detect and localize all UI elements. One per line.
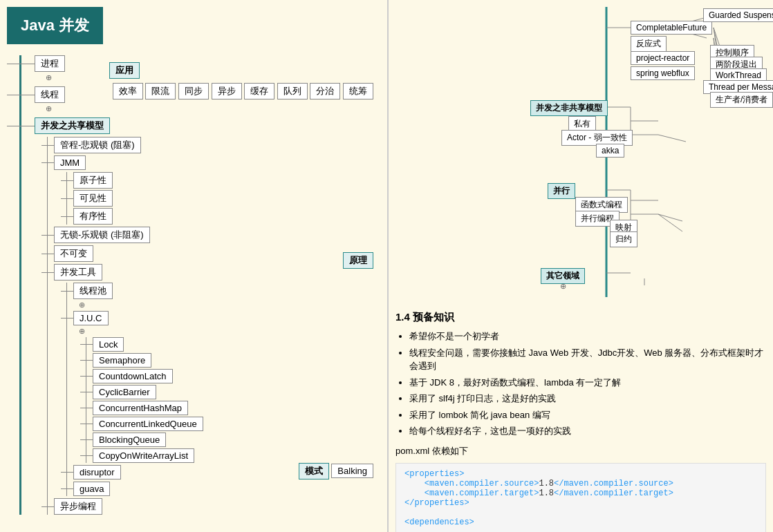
- tree-row-immutable: 不可变: [41, 245, 380, 262]
- right-mindmap-svg: [395, 7, 748, 304]
- node-akka: akka: [596, 144, 624, 158]
- node-reduce: 归约: [610, 231, 637, 247]
- pom-section: pom.xml 依赖如下 <properties> <maven.compile…: [395, 445, 766, 533]
- tree-row-cowal: CopyOnWriteArrayList: [80, 448, 380, 463]
- title-box: Java 并发: [7, 7, 103, 44]
- knowledge-list: 希望你不是一个初学者 线程安全问题，需要你接触过 Java Web 开发、Jdb…: [395, 330, 766, 438]
- node-countdown: CountdownLatch: [93, 369, 173, 383]
- tree-row-threadpool: 线程池: [61, 283, 380, 299]
- tree-row-order: 有序性: [61, 208, 380, 225]
- node-guarded: Guarded Suspension: [703, 8, 773, 22]
- svg-line-14: [658, 135, 686, 142]
- node-yuanli: 原理: [343, 252, 373, 269]
- node-tongbu: 同步: [178, 83, 209, 99]
- node-balking: Balking: [331, 464, 373, 478]
- node-guava: guava: [73, 482, 110, 496]
- tree-row-guava: guava: [61, 482, 380, 496]
- svg-line-19: [658, 214, 682, 221]
- node-yingyong: 应用: [109, 62, 140, 79]
- knowledge-item-5: 给每个线程好名字，这也是一项好的实践: [409, 424, 766, 438]
- tree-row-visibility: 可见性: [61, 190, 380, 207]
- node-visibility: 可见性: [73, 190, 113, 207]
- yuanli-section: 原理: [343, 252, 373, 269]
- node-duilie: 队列: [277, 83, 308, 99]
- yingyong-section: 应用 效率 限流 同步 异步 缓存 队列 分治 统筹: [109, 62, 373, 101]
- right-mindmap-area: CompletableFuture 反应式 project-reactor sp…: [395, 7, 748, 304]
- node-tongtong: 统筹: [343, 83, 373, 99]
- node-semaphore: Semaphore: [93, 353, 151, 368]
- node-lockfree: 无锁-乐观锁 (非阻塞): [54, 227, 150, 243]
- node-immutable: 不可变: [54, 245, 93, 262]
- right-panel: CompletableFuture 反应式 project-reactor sp…: [387, 0, 773, 532]
- other-expand: ⊕: [560, 282, 566, 291]
- tree-row-lock: Lock: [80, 337, 380, 352]
- pom-code: <properties> <maven.compiler.source>1.8<…: [395, 463, 766, 533]
- tree-row-juc: J.U.C: [61, 311, 380, 325]
- left-panel: Java 并发 进程 ⊕ 线程 ⊕: [0, 0, 387, 532]
- node-huancun: 缓存: [244, 83, 274, 99]
- node-bq: BlockingQueue: [93, 433, 166, 447]
- node-atomic: 原子性: [73, 172, 113, 189]
- node-threadpool: 线程池: [73, 283, 113, 299]
- tree-row-clq: ConcurrentLinkedQueue: [80, 417, 380, 431]
- node-juc: J.U.C: [73, 311, 109, 325]
- tree-row-lockfree: 无锁-乐观锁 (非阻塞): [41, 227, 380, 243]
- knowledge-item-3: 采用了 slf4j 打印日志，这是好的实践: [409, 392, 766, 406]
- knowledge-section: 1.4 预备知识 希望你不是一个初学者 线程安全问题，需要你接触过 Java W…: [395, 311, 766, 438]
- tree-row-chm: ConcurrentHashMap: [80, 401, 380, 415]
- node-pipe: 管程-悲观锁 (阻塞): [54, 137, 141, 153]
- node-lock: Lock: [93, 337, 124, 352]
- node-process: 进程: [35, 55, 65, 72]
- node-parallel: 并行: [548, 183, 575, 199]
- tree-row-countdown: CountdownLatch: [80, 369, 380, 383]
- tree-row-devtools: 并发工具: [41, 264, 380, 281]
- main-container: Java 并发 进程 ⊕ 线程 ⊕: [0, 0, 773, 532]
- tree-row-cyclic: CyclicBarrier: [80, 385, 380, 399]
- node-xianliu: 限流: [145, 83, 176, 99]
- tree-row-async: 异步编程: [41, 498, 380, 515]
- node-producer: 生产者/消费者: [710, 92, 773, 108]
- knowledge-item-1: 线程安全问题，需要你接触过 Java Web 开发、Jdbc开发、Web 服务器…: [409, 346, 766, 373]
- tree-row-bq: BlockingQueue: [80, 433, 380, 447]
- tree-row-semaphore: Semaphore: [80, 353, 380, 368]
- node-reactive: 反应式: [631, 36, 667, 52]
- node-cowal: CopyOnWriteArrayList: [93, 448, 194, 463]
- node-cyclic: CyclicBarrier: [93, 385, 156, 399]
- tree-row-jmm: JMM: [41, 155, 380, 170]
- svg-line-20: [658, 214, 682, 231]
- pom-label: pom.xml 依赖如下: [395, 445, 766, 457]
- node-yibu: 异步: [212, 83, 242, 99]
- node-completable: CompletableFuture: [631, 21, 712, 35]
- node-async: 异步编程: [54, 498, 102, 515]
- node-nonshared: 并发之非共享模型: [530, 100, 608, 116]
- knowledge-item-4: 采用了 lombok 简化 java bean 编写: [409, 408, 766, 422]
- node-order: 有序性: [73, 208, 113, 225]
- node-disruptor: disruptor: [73, 465, 121, 479]
- tree-row-atomic: 原子性: [61, 172, 380, 189]
- knowledge-title: 1.4 预备知识: [395, 311, 766, 324]
- node-moshi: 模式: [299, 463, 329, 479]
- node-clq: ConcurrentLinkedQueue: [93, 417, 203, 431]
- node-jmm: JMM: [54, 155, 86, 170]
- node-spring-webflux: spring webflux: [631, 66, 695, 80]
- knowledge-item-2: 基于 JDK 8，最好对函数式编程、lambda 有一定了解: [409, 376, 766, 390]
- moshi-section: 模式 Balking: [299, 463, 373, 482]
- tree-row-pipe: 管程-悲观锁 (阻塞): [41, 137, 380, 153]
- node-project-reactor: project-reactor: [631, 51, 695, 65]
- node-chm: ConcurrentHashMap: [93, 401, 188, 415]
- node-shared-model: 并发之共享模型: [35, 117, 110, 134]
- knowledge-item-0: 希望你不是一个初学者: [409, 330, 766, 343]
- node-devtools: 并发工具: [54, 264, 102, 281]
- node-fenzhì: 分治: [310, 83, 340, 99]
- tree-row-shared: 并发之共享模型: [7, 117, 380, 134]
- node-xiaolv: 效率: [113, 83, 143, 99]
- node-thread: 线程: [35, 86, 65, 103]
